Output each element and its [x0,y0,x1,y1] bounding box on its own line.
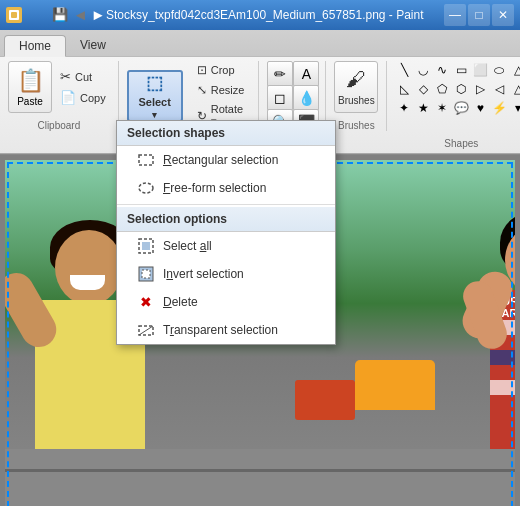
freeform-selection-label: Free-form selection [163,181,266,195]
shape-5star[interactable]: ★ [414,99,432,117]
brushes-icon: 🖌 [346,68,366,91]
scissors-icon: ✂ [60,69,71,84]
selection-options-header: Selection options [117,207,335,232]
shape-hexagon[interactable]: ⬡ [452,80,470,98]
ribbon-tab-bar: Home View [0,30,520,56]
shape-diagonal-line[interactable]: ╲ [395,61,413,79]
minimize-button[interactable]: — [444,4,466,26]
shape-up-arrow[interactable]: △ [509,80,520,98]
shape-rectangle[interactable]: ▭ [452,61,470,79]
clipboard-label: Clipboard [37,118,80,131]
transparent-selection-item[interactable]: Transparent selection [117,316,335,344]
brushes-group: 🖌 Brushes Brushes [334,61,387,131]
car-yellow [355,360,435,410]
shape-heart[interactable]: ♥ [471,99,489,117]
freeform-selection-item[interactable]: Free-form selection [117,174,335,202]
window-controls: — □ ✕ [444,4,514,26]
shapes-content: ╲ ◡ ∿ ▭ ⬜ ⬭ △ ◺ ◇ ⬠ ⬡ ▷ ◁ △ ✦ [395,61,520,136]
select-all-label: Select all [163,239,212,253]
pencil-tool[interactable]: ✏ [267,61,293,87]
crop-icon: ⊡ [197,63,207,77]
invert-selection-icon [137,265,155,283]
shape-diamond[interactable]: ◇ [414,80,432,98]
save-qat-button[interactable]: 💾 [50,4,70,24]
brushes-group-label: Brushes [338,118,375,131]
copy-label: Copy [80,92,106,104]
resize-button[interactable]: ⤡ Resize [191,81,251,99]
paste-button[interactable]: 📋 Paste [8,61,52,113]
rectangular-selection-icon [137,151,155,169]
rectangular-selection-label: Rectangular selection [163,153,278,167]
svg-rect-6 [142,242,150,250]
cut-label: Cut [75,71,92,83]
delete-label: Delete [163,295,198,309]
select-button[interactable]: ⬚ Select ▾ [127,70,183,122]
svg-rect-2 [11,12,17,18]
shape-arc[interactable]: ◡ [414,61,432,79]
divider1 [117,204,335,205]
quick-access-toolbar: 💾 ◄ ► [50,4,106,24]
resize-icon: ⤡ [197,83,207,97]
text-tool[interactable]: A [293,61,319,87]
copy-icon: 📄 [60,90,76,105]
svg-point-4 [139,183,153,193]
shape-pentagon[interactable]: ⬠ [433,80,451,98]
cut-button[interactable]: ✂ Cut [56,67,110,86]
shape-right-arrow[interactable]: ▷ [471,80,489,98]
shapes-group: ╲ ◡ ∿ ▭ ⬜ ⬭ △ ◺ ◇ ⬠ ⬡ ▷ ◁ △ ✦ [395,61,520,149]
delete-icon: ✖ [137,293,155,311]
road-line [5,469,515,472]
shape-rounded-rect[interactable]: ⬜ [471,61,489,79]
shape-left-arrow[interactable]: ◁ [490,80,508,98]
svg-rect-8 [142,270,150,278]
shape-more[interactable]: ▾ [509,99,520,117]
clipboard-content: 📋 Paste ✂ Cut 📄 Copy [8,61,110,113]
girl1-smile [70,275,105,290]
shape-lightning[interactable]: ⚡ [490,99,508,117]
car-red-bg [295,380,355,420]
invert-selection-item[interactable]: Invert selection [117,260,335,288]
select-label: Select [138,96,170,108]
shapes-grid: ╲ ◡ ∿ ▭ ⬜ ⬭ △ ◺ ◇ ⬠ ⬡ ▷ ◁ △ ✦ [395,61,520,136]
shape-right-triangle[interactable]: ◺ [395,80,413,98]
paste-label: Paste [17,96,43,107]
tab-view[interactable]: View [66,34,120,56]
shape-freeform[interactable]: ∿ [433,61,451,79]
transparent-selection-label: Transparent selection [163,323,278,337]
delete-item[interactable]: ✖ Delete [117,288,335,316]
stripe2 [490,350,515,365]
select-button-container: ⬚ Select ▾ [127,70,183,122]
invert-selection-label: Invert selection [163,267,244,281]
close-button[interactable]: ✕ [492,4,514,26]
transparent-selection-icon [137,321,155,339]
select-all-icon [137,237,155,255]
title-bar: 💾 ◄ ► Stocksy_txpfd042cd3EAm100_Medium_6… [0,0,520,30]
brushes-button[interactable]: 🖌 Brushes [334,61,378,113]
svg-rect-3 [139,155,153,165]
shape-6star[interactable]: ✶ [433,99,451,117]
select-dropdown-arrow: ▾ [152,110,157,120]
eraser-tool[interactable]: ◻ [267,85,293,111]
shape-callout[interactable]: 💬 [452,99,470,117]
tab-home[interactable]: Home [4,35,66,57]
stripe3 [490,380,515,395]
forward-arrow[interactable]: ► [91,6,106,23]
freeform-selection-icon [137,179,155,197]
shape-triangle[interactable]: △ [509,61,520,79]
select-all-item[interactable]: Select all [117,232,335,260]
rectangular-selection-item[interactable]: Rectangular selection [117,146,335,174]
selection-shapes-header: Selection shapes [117,121,335,146]
shapes-label: Shapes [444,136,478,149]
crop-button[interactable]: ⊡ Crop [191,61,251,79]
clipboard-group: 📋 Paste ✂ Cut 📄 Copy Clipboard [8,61,119,131]
shape-4star[interactable]: ✦ [395,99,413,117]
maximize-button[interactable]: □ [468,4,490,26]
window-title: Stocksy_txpfd042cd3EAm100_Medium_657851.… [106,8,440,22]
dropper-tool[interactable]: 💧 [293,85,319,111]
shape-ellipse[interactable]: ⬭ [490,61,508,79]
copy-button[interactable]: 📄 Copy [56,88,110,107]
clipboard-small-buttons: ✂ Cut 📄 Copy [56,67,110,107]
back-arrow[interactable]: ◄ [73,6,88,23]
paste-icon: 📋 [17,68,44,94]
brushes-label: Brushes [338,95,375,106]
